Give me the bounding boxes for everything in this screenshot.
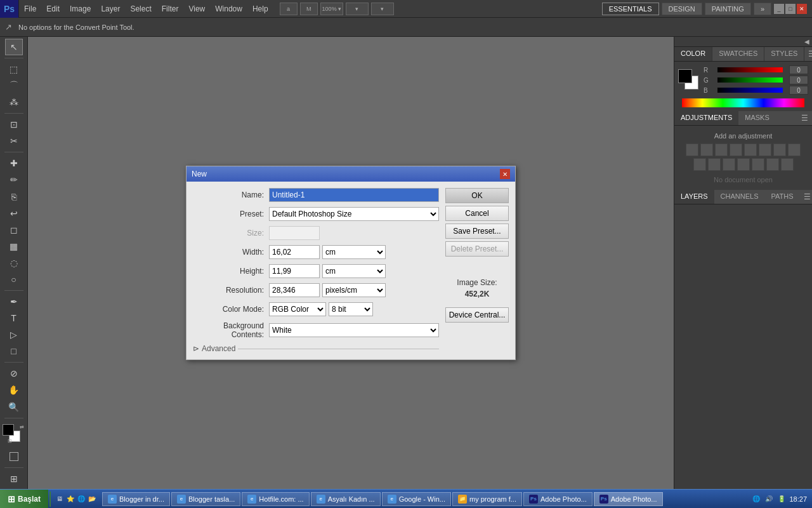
tool-slice[interactable]: ✂	[6, 133, 22, 149]
tab-color[interactable]: COLOR	[674, 47, 712, 61]
color-mode-select[interactable]: RGB Color	[269, 302, 326, 316]
menu-image[interactable]: Image	[65, 2, 96, 16]
height-unit-select[interactable]: cm	[322, 264, 386, 278]
preset-select[interactable]: Default Photoshop Size	[269, 207, 439, 221]
tab-paths[interactable]: PATHS	[765, 190, 800, 204]
tool-blur[interactable]: ◌	[6, 255, 22, 271]
workspace-essentials[interactable]: ESSENTIALS	[602, 3, 659, 15]
device-central-button[interactable]: Device Central...	[445, 307, 509, 323]
height-input[interactable]	[269, 264, 320, 278]
menu-help[interactable]: Help	[247, 2, 273, 16]
tool-move[interactable]: ↖	[6, 39, 22, 55]
tool-healing[interactable]: ✚	[6, 156, 22, 171]
adj-icon-brightness[interactable]	[686, 144, 698, 156]
workspace-painting[interactable]: PAINTING	[705, 3, 751, 15]
maximize-button[interactable]: □	[785, 4, 796, 14]
tool-stamp[interactable]: ⎘	[6, 189, 22, 204]
quick-launch-1[interactable]: 🖥	[55, 494, 65, 504]
menu-layer[interactable]: Layer	[96, 2, 125, 16]
tool-quick-mask[interactable]	[6, 449, 22, 464]
tool-eraser[interactable]: ◻	[6, 222, 22, 237]
tab-channels[interactable]: CHANNELS	[714, 190, 765, 204]
tab-layers[interactable]: LAYERS	[674, 190, 714, 204]
b-slider[interactable]	[714, 88, 787, 93]
menu-filter[interactable]: Filter	[157, 2, 184, 16]
adjustments-menu-icon[interactable]: ☰	[797, 111, 812, 125]
advanced-toggle[interactable]: ⊳	[193, 344, 199, 353]
r-slider[interactable]	[714, 67, 787, 72]
menu-select[interactable]: Select	[125, 2, 156, 16]
color-spectrum-bar[interactable]	[682, 98, 804, 107]
close-button[interactable]: ✕	[797, 4, 807, 14]
tool-marquee[interactable]: ⬚	[6, 62, 22, 77]
tray-sound[interactable]: 🔊	[764, 494, 774, 504]
dialog-close-button[interactable]: ✕	[500, 169, 510, 179]
workspace-design[interactable]: DESIGN	[662, 3, 702, 15]
width-input[interactable]	[269, 245, 320, 259]
swap-colors-icon[interactable]: ⇄	[20, 424, 24, 430]
adj-icon-hue[interactable]	[744, 144, 757, 156]
taskbar-item-3[interactable]: e Asyalı Kadın ...	[311, 492, 381, 506]
tool-gradient[interactable]: ▦	[6, 239, 22, 254]
tool-crop[interactable]: ⊡	[6, 117, 22, 132]
tool-history-brush[interactable]: ↩	[6, 206, 22, 221]
g-input[interactable]	[789, 76, 808, 84]
tab-swatches[interactable]: SWATCHES	[712, 47, 764, 61]
g-slider[interactable]	[714, 77, 787, 83]
taskbar-item-5[interactable]: 📁 my program f...	[452, 492, 522, 506]
tool-hand[interactable]: ✋	[6, 382, 22, 398]
adj-icon-invert[interactable]	[723, 158, 735, 171]
adj-icon-mixer[interactable]	[708, 158, 721, 171]
canvas-selector[interactable]: ▾	[346, 3, 369, 15]
taskbar-item-7[interactable]: Ps Adobe Photo...	[594, 492, 663, 506]
ok-button[interactable]: OK	[445, 188, 509, 203]
tool-magic-wand[interactable]: ⁂	[6, 95, 22, 110]
resolution-input[interactable]	[269, 283, 320, 297]
taskbar-item-4[interactable]: e Google - Win...	[382, 492, 451, 506]
tab-styles[interactable]: STYLES	[764, 47, 804, 61]
tray-network[interactable]: 🌐	[751, 494, 761, 504]
quick-launch-2[interactable]: ⭐	[65, 494, 75, 504]
tool-3d[interactable]: ⊘	[6, 366, 22, 381]
adj-icon-gradient-map[interactable]	[766, 158, 779, 171]
adj-icon-exposure[interactable]	[730, 144, 742, 156]
resolution-unit-select[interactable]: pixels/cm	[322, 283, 386, 297]
minimize-button[interactable]: _	[774, 4, 784, 14]
adj-icon-photo[interactable]	[693, 158, 706, 171]
tool-brush[interactable]: ✏	[6, 172, 22, 187]
adj-icon-threshold[interactable]	[752, 158, 764, 171]
taskbar-item-1[interactable]: e Blogger tasla...	[171, 492, 240, 506]
menu-window[interactable]: Window	[210, 2, 247, 16]
adj-icon-colorbalance[interactable]	[773, 144, 786, 156]
bg-contents-select[interactable]: White	[269, 323, 439, 337]
taskbar-item-0[interactable]: e Blogger in dr...	[102, 492, 170, 506]
width-unit-select[interactable]: cm	[322, 245, 386, 259]
taskbar-item-6[interactable]: Ps Adobe Photo...	[523, 492, 593, 506]
menu-file[interactable]: File	[19, 2, 41, 16]
tab-adjustments[interactable]: ADJUSTMENTS	[674, 111, 738, 125]
b-input[interactable]	[789, 86, 808, 95]
save-preset-button[interactable]: Save Preset...	[445, 224, 509, 239]
adj-icon-selective[interactable]	[781, 158, 794, 171]
adj-icon-curves[interactable]	[715, 144, 728, 156]
tool-screen-mode[interactable]: ⊞	[6, 471, 22, 486]
color-picker[interactable]: ⊡ ⇄	[3, 424, 25, 445]
taskbar-item-2[interactable]: e Hotfile.com: ...	[242, 492, 309, 506]
layers-menu-icon[interactable]: ☰	[800, 190, 812, 204]
cancel-button[interactable]: Cancel	[445, 206, 509, 221]
tool-option-2[interactable]: M	[300, 3, 318, 15]
menu-edit[interactable]: Edit	[41, 2, 65, 16]
name-input[interactable]	[269, 188, 439, 202]
quick-launch-4[interactable]: 📂	[87, 494, 97, 504]
adj-icon-levels[interactable]	[700, 144, 713, 156]
delete-preset-button[interactable]: Delete Preset...	[445, 241, 509, 257]
start-button[interactable]: ⊞ Başlat	[0, 490, 48, 509]
workspace-more[interactable]: »	[754, 3, 771, 15]
foreground-swatch[interactable]	[678, 69, 692, 83]
tray-battery[interactable]: 🔋	[776, 494, 787, 504]
panel-menu-icon[interactable]: ☰	[804, 47, 812, 61]
tab-masks[interactable]: MASKS	[738, 111, 776, 125]
quick-launch-3[interactable]: 🌐	[76, 494, 86, 504]
advanced-label[interactable]: Advanced	[202, 344, 235, 353]
adj-icon-bw[interactable]	[788, 144, 801, 156]
